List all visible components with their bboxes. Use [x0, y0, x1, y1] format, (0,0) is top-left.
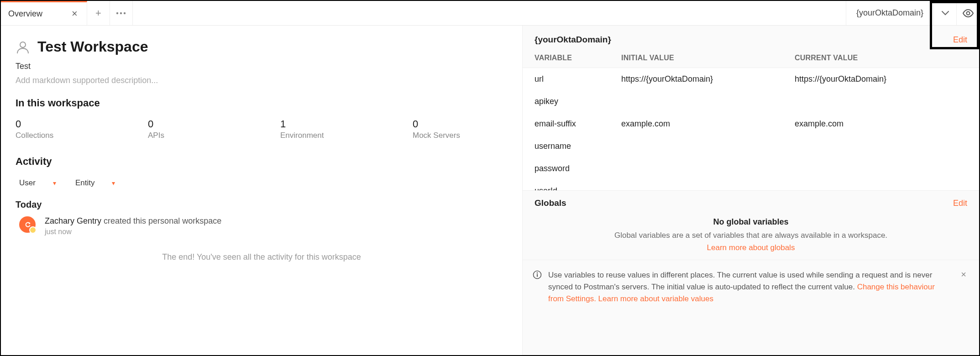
avatar[interactable]: [19, 216, 36, 233]
tab-close-icon[interactable]: ×: [70, 7, 79, 21]
filter-entity[interactable]: Entity ▾: [72, 177, 119, 189]
workspace-title: Test Workspace: [37, 38, 148, 55]
variable-row: userId: [523, 180, 979, 191]
activity-end-message: The end! You've seen all the activity fo…: [16, 252, 508, 262]
var-name: apikey: [535, 97, 621, 106]
globals-header: Globals Edit: [523, 191, 979, 212]
activity-text: Zachary Gentry created this personal wor…: [45, 216, 221, 226]
variables-header: VARIABLE INITIAL VALUE CURRENT VALUE: [523, 48, 979, 68]
variable-row: email-suffix example.com example.com: [523, 113, 979, 135]
svg-rect-9: [537, 274, 538, 277]
filter-entity-label: Entity: [75, 178, 95, 188]
globals-description: Global variables are a set of variables …: [535, 230, 967, 241]
tab-overview[interactable]: Overview ×: [1, 1, 87, 25]
eye-icon: [962, 9, 974, 17]
svg-point-2: [124, 12, 126, 14]
activity-action: created this personal workspace: [101, 216, 221, 225]
var-current: [795, 97, 967, 106]
info-icon: [533, 270, 542, 282]
var-initial: [621, 141, 795, 151]
stat-environment-count: 1: [280, 118, 413, 130]
var-name: url: [535, 74, 621, 84]
stat-environment-label: Environment: [280, 131, 413, 140]
svg-point-8: [537, 272, 538, 273]
info-learn-link[interactable]: Learn more about variable values: [598, 294, 713, 303]
overview-pane: Test Workspace Test Add markdown support…: [1, 26, 522, 355]
var-current: https://{yourOktaDomain}: [795, 74, 967, 84]
var-current: [795, 164, 967, 173]
activity-user: Zachary Gentry: [45, 216, 101, 225]
stat-apis-count: 0: [148, 118, 280, 130]
stat-collections[interactable]: 0 Collections: [16, 118, 148, 140]
tab-overview-label: Overview: [8, 9, 42, 19]
environment-dropdown-button[interactable]: [933, 1, 956, 25]
var-current: [795, 186, 967, 191]
var-name: username: [535, 141, 621, 151]
stat-apis-label: APIs: [148, 131, 280, 140]
info-banner: Use variables to reuse values in differe…: [523, 260, 979, 314]
variable-row: apikey: [523, 90, 979, 113]
var-current: example.com: [795, 119, 967, 129]
workspace-stats: 0 Collections 0 APIs 1 Environment 0 Moc…: [16, 118, 508, 140]
svg-point-4: [20, 42, 26, 47]
environment-quicklook-panel: {yourOktaDomain} Edit VARIABLE INITIAL V…: [522, 26, 979, 355]
filter-user[interactable]: User ▾: [16, 177, 60, 189]
stat-mock-servers[interactable]: 0 Mock Servers: [413, 118, 460, 140]
stat-mock-servers-label: Mock Servers: [413, 131, 460, 140]
var-current: [795, 141, 967, 151]
svg-point-3: [966, 11, 970, 15]
environment-quicklook-button[interactable]: [956, 1, 979, 25]
stat-environment[interactable]: 1 Environment: [280, 118, 413, 140]
var-initial: [621, 164, 795, 173]
tab-more-button[interactable]: [110, 1, 133, 25]
environment-name: {yourOktaDomain}: [535, 35, 611, 45]
globals-learn-link[interactable]: Learn more about globals: [535, 243, 967, 252]
ellipsis-icon: [116, 12, 126, 15]
chevron-down-icon: [942, 11, 949, 16]
activity-time: just now: [45, 228, 221, 236]
var-initial: [621, 186, 795, 191]
activity-day-heading: Today: [16, 199, 508, 210]
stat-collections-label: Collections: [16, 131, 148, 140]
activity-heading: Activity: [16, 156, 508, 168]
var-initial: [621, 97, 795, 106]
tab-bar: Overview × + {yourOktaDomain}: [1, 1, 979, 26]
var-name: userId: [535, 186, 621, 191]
variable-row: url https://{yourOktaDomain} https://{yo…: [523, 68, 979, 90]
environment-edit-button[interactable]: Edit: [953, 35, 967, 45]
info-dismiss-button[interactable]: ×: [958, 269, 969, 280]
chevron-down-icon: ▾: [112, 179, 115, 187]
svg-point-6: [29, 223, 30, 224]
svg-point-0: [116, 12, 118, 14]
environment-selector-label: {yourOktaDomain}: [856, 8, 923, 18]
filter-user-label: User: [19, 178, 36, 188]
workspace-summary[interactable]: Test: [16, 62, 508, 71]
svg-point-5: [23, 220, 31, 229]
person-icon: [16, 40, 30, 54]
svg-point-1: [120, 12, 122, 14]
stat-apis[interactable]: 0 APIs: [148, 118, 280, 140]
globals-title: Globals: [535, 198, 566, 208]
globals-edit-button[interactable]: Edit: [953, 199, 967, 208]
no-globals-heading: No global variables: [535, 217, 967, 227]
var-name: email-suffix: [535, 119, 621, 129]
var-initial: https://{yourOktaDomain}: [621, 74, 795, 84]
col-variable: VARIABLE: [535, 54, 621, 62]
variables-list[interactable]: url https://{yourOktaDomain} https://{yo…: [523, 68, 979, 191]
stat-collections-count: 0: [16, 118, 148, 130]
stat-mock-servers-count: 0: [413, 118, 460, 130]
activity-item: Zachary Gentry created this personal wor…: [16, 216, 508, 236]
in-workspace-heading: In this workspace: [16, 97, 508, 109]
col-initial-value: INITIAL VALUE: [621, 54, 795, 62]
variable-row: password: [523, 157, 979, 180]
var-initial: example.com: [621, 119, 795, 129]
environment-selector[interactable]: {yourOktaDomain}: [846, 1, 933, 25]
tab-add-button[interactable]: +: [87, 1, 110, 25]
chevron-down-icon: ▾: [53, 179, 56, 187]
variable-row: username: [523, 135, 979, 157]
col-current-value: CURRENT VALUE: [795, 54, 967, 62]
var-name: password: [535, 164, 621, 173]
workspace-description-placeholder[interactable]: Add markdown supported description...: [16, 76, 508, 85]
